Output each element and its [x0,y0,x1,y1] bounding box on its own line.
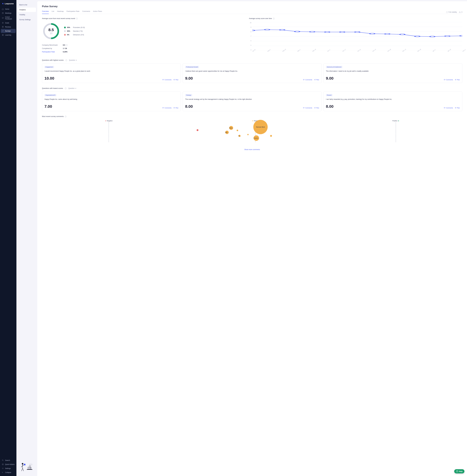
card-tag: Autonomy & Enablement [326,66,342,68]
lowest-title: Questions with lowest scores [42,88,63,89]
subnav-back-to-list[interactable]: Back to list [18,3,36,7]
warnings-indicator[interactable]: 3 [459,11,462,13]
page-title: Pulse Survey [42,5,462,8]
chevron-down-icon [75,88,76,89]
stats-row: Company Benchmark8.5 i [42,43,244,47]
sentiment-bubble[interactable]: Remote Work [253,120,268,134]
line-chart: 10987654 Jul, 25Aug, 8Aug, 22Sep, 5Sep, … [249,22,462,55]
question-card: Reward I am fairly rewarded (e.g. pay, p… [324,92,462,111]
tab-comments[interactable]: Comments [82,11,90,14]
svg-rect-46 [398,120,399,121]
card-text: The information I need to do my job well… [326,70,460,73]
main-nav-sidebar: Leapsome HomeMeetingsInstant FeedbackGoa… [0,0,16,476]
lowest-dropdown[interactable]: Question [68,88,76,89]
card-tag: Reward [326,94,332,96]
question-card: Professional Growth I believe there are … [183,63,322,83]
help-icon [456,470,458,472]
plan-button[interactable]: Plan [314,79,319,80]
tab-list[interactable]: List [52,11,54,14]
tab-overview[interactable]: Overview [42,11,49,14]
svg-point-37 [370,33,375,34]
card-text: I am fairly rewarded (e.g. pay, promotio… [326,98,460,101]
plan-button[interactable]: Plan [314,107,319,109]
tab-participation-rate[interactable]: Participation Rate [66,11,79,14]
sentiment-bubble[interactable] [237,130,238,131]
subnav-visibility[interactable]: Visibility [18,13,36,17]
sentiment-bubble[interactable]: Wo... [225,131,229,134]
comments-button[interactable]: Comments [162,107,171,109]
nav-item-meetings[interactable]: Meetings [0,11,16,15]
subnav-survey-settings[interactable]: Survey Settings [18,17,36,22]
learning-icon [2,34,4,36]
card-score: 8.00 [326,104,334,109]
nav-item-collapse[interactable]: Collapse [0,470,16,475]
nav-item-instant-feedback[interactable]: Instant Feedback [0,15,16,21]
info-icon[interactable]: i [76,18,78,19]
tab-action-plans[interactable]: Action Plans [93,11,102,14]
score-donut: 8.5 10 [42,22,60,40]
info-icon[interactable]: i [65,116,66,117]
stats-row: Completed by1 / 16 [42,47,244,50]
plan-icon [173,79,175,80]
sentiment-bubble[interactable] [197,129,198,131]
plan-icon [314,79,316,80]
surveys-icon [2,30,4,32]
plan-button[interactable]: Plan [455,107,460,109]
svg-point-40 [415,36,420,37]
nav-item-reviews[interactable]: Reviews [0,25,16,29]
info-icon: i [446,11,448,13]
comments-button[interactable]: Comments [303,79,312,80]
highest-dropdown[interactable]: Question [69,59,77,61]
comments-button[interactable]: Comments [162,79,171,80]
chevron-down-icon [76,60,77,61]
nav-item-home[interactable]: Home [0,7,16,11]
svg-point-48 [457,472,457,472]
nav-item-settings[interactable]: Settings [0,466,16,470]
comment-icon [162,107,164,109]
info-icon[interactable]: i [65,59,67,61]
plan-button[interactable]: Plan [455,79,460,80]
subnav-analytics[interactable]: Analytics [18,8,36,12]
nav-item-goals[interactable]: Goals [0,21,16,25]
comments-button[interactable]: Comments [444,79,453,80]
comments-button[interactable]: Comments [444,107,453,109]
svg-point-34 [325,32,330,33]
card-tag: Engagement [44,66,54,68]
help-button[interactable]: Help [454,469,464,473]
visibility-indicator[interactable]: i Full visibility [446,11,457,13]
stats-row[interactable]: Participation Rate6.25% [42,50,244,53]
info-icon[interactable]: i [273,18,274,19]
nav-item-surveys[interactable]: Surveys [1,29,16,33]
info-icon[interactable]: i [66,44,67,46]
svg-point-35 [340,32,345,33]
info-icon[interactable]: i [65,88,66,89]
tab-heatmap[interactable]: Heatmap [57,11,64,14]
tabs: OverviewListHeatmapParticipation RateCom… [42,11,462,14]
sentiment-bubble[interactable]: Reco... [229,126,233,130]
sentiment-bubble[interactable] [270,135,272,137]
instant-feedback-icon [2,17,4,19]
svg-rect-17 [24,464,26,465]
show-more-comments[interactable]: Show more comments [42,149,462,150]
search-icon [2,459,4,461]
legend-row: 50%Neutrals (7-8) [64,30,85,32]
card-tag: Strategy [185,94,192,96]
brand-logo[interactable]: Leapsome [0,1,16,7]
nav-item-learning[interactable]: Learning [0,33,16,37]
nav-item-quick-actions[interactable]: Quick Actions [0,462,16,466]
sentiment-bubble[interactable] [247,134,249,135]
comment-icon [444,107,445,109]
comment-icon [303,79,305,80]
sentiment-bubble[interactable]: P... [238,135,241,137]
nav-item-search[interactable]: Search [0,458,16,462]
plan-button[interactable]: Plan [173,107,178,109]
svg-point-33 [310,31,315,32]
reviews-icon [2,26,4,28]
comments-button[interactable]: Comments [303,107,312,109]
svg-point-43 [460,35,462,36]
diamond-icon [398,120,399,121]
plan-icon [455,107,456,109]
svg-point-38 [385,34,390,35]
svg-point-5 [2,460,3,461]
plan-button[interactable]: Plan [173,79,178,80]
